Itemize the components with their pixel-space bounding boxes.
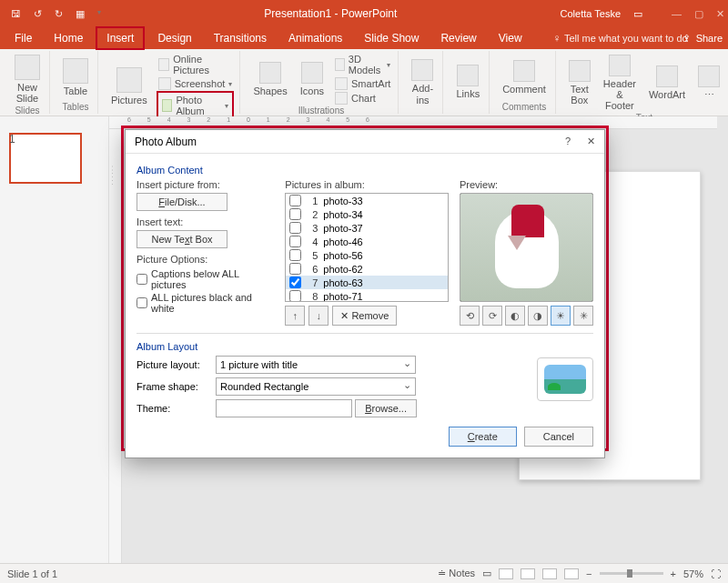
- design-tab[interactable]: Design: [148, 28, 200, 48]
- maximize-icon[interactable]: ▢: [694, 8, 703, 20]
- qat-more-icon[interactable]: ▾: [97, 8, 101, 20]
- frame-shape-select[interactable]: Rounded Rectangle: [216, 377, 416, 396]
- help-icon[interactable]: ?: [565, 136, 571, 147]
- user-name[interactable]: Coletta Teske: [561, 8, 621, 19]
- wordart-button[interactable]: WordArt: [645, 64, 689, 102]
- slideshow-tab[interactable]: Slide Show: [355, 28, 428, 48]
- window-title: Presentation1 - PowerPoint: [101, 7, 561, 20]
- slide-panel[interactable]: 1: [0, 116, 109, 563]
- pictures-button[interactable]: Pictures: [107, 65, 151, 107]
- list-item[interactable]: 7photo-63: [286, 276, 448, 289]
- comments-pane-button[interactable]: ▭: [482, 568, 491, 579]
- new-text-box-button[interactable]: New Text Box: [136, 230, 228, 248]
- pictures-listbox[interactable]: 1photo-332photo-343photo-374photo-465pho…: [285, 193, 449, 302]
- list-item-checkbox[interactable]: [289, 276, 301, 288]
- contrast-down-button[interactable]: ◑: [528, 306, 548, 326]
- save-icon[interactable]: 🖫: [11, 8, 21, 20]
- reading-view-button[interactable]: [542, 568, 557, 579]
- animations-tab[interactable]: Animations: [279, 28, 351, 48]
- redo-icon[interactable]: ↻: [55, 8, 63, 20]
- create-button[interactable]: Create: [449, 427, 517, 447]
- slide-counter[interactable]: Slide 1 of 1: [7, 568, 57, 579]
- list-item[interactable]: 5photo-56: [286, 248, 448, 262]
- textbox-button[interactable]: Text Box: [565, 58, 594, 107]
- list-item[interactable]: 8photo-71: [286, 289, 448, 302]
- list-item[interactable]: 3photo-37: [286, 221, 448, 235]
- share-icon[interactable]: ⇪: [682, 33, 691, 45]
- list-item[interactable]: 6photo-62: [286, 262, 448, 276]
- dialog-close-icon[interactable]: ✕: [587, 136, 595, 147]
- slide-thumbnail[interactable]: [9, 133, 82, 184]
- new-slide-button[interactable]: New Slide: [11, 53, 44, 106]
- 3d-models-button[interactable]: 3D Models▾: [333, 53, 392, 76]
- list-item[interactable]: 4photo-46: [286, 235, 448, 248]
- notes-button[interactable]: ≐ Notes: [438, 568, 475, 579]
- ribbon-options-icon[interactable]: ▭: [633, 8, 642, 20]
- comment-button[interactable]: Comment: [499, 58, 550, 96]
- smartart-button[interactable]: SmartArt: [333, 76, 392, 91]
- qat: 🖫 ↺ ↻ ▦ ▾: [4, 8, 101, 20]
- screenshot-button[interactable]: Screenshot▾: [157, 76, 235, 91]
- fit-to-window-button[interactable]: ⛶: [711, 568, 721, 579]
- links-button[interactable]: Links: [452, 63, 483, 101]
- list-item-checkbox[interactable]: [289, 236, 301, 247]
- cancel-button[interactable]: Cancel: [524, 427, 593, 447]
- slideshow-view-button[interactable]: [564, 568, 579, 579]
- transitions-tab[interactable]: Transitions: [205, 28, 276, 48]
- table-button[interactable]: Table: [59, 56, 92, 98]
- insert-tab[interactable]: Insert: [96, 26, 145, 50]
- addins-button[interactable]: Add- ins: [408, 57, 437, 106]
- zoom-level[interactable]: 57%: [683, 568, 703, 579]
- contrast-up-button[interactable]: ◐: [505, 306, 525, 326]
- header-footer-button[interactable]: Header & Footer: [600, 53, 640, 113]
- blackwhite-checkbox[interactable]: ALL pictures black and white: [136, 292, 274, 314]
- slideshow-icon[interactable]: ▦: [76, 8, 85, 20]
- zoom-slider[interactable]: [600, 572, 663, 575]
- rotate-left-button[interactable]: ⟲: [460, 306, 480, 326]
- images-group: Pictures Online Pictures Screenshot▾ Pho…: [102, 51, 240, 114]
- brightness-down-button[interactable]: ✳: [573, 306, 593, 326]
- move-down-button[interactable]: ↓: [308, 306, 329, 326]
- group-label-comments: Comments: [502, 102, 546, 112]
- normal-view-button[interactable]: [499, 568, 513, 579]
- remove-button[interactable]: ✕ Remove: [332, 306, 397, 326]
- view-tab[interactable]: View: [490, 28, 531, 48]
- zoom-out-button[interactable]: −: [586, 568, 592, 579]
- list-item[interactable]: 2photo-34: [286, 207, 448, 221]
- list-item-checkbox[interactable]: [289, 222, 301, 234]
- list-item-checkbox[interactable]: [289, 263, 301, 275]
- list-item-checkbox[interactable]: [289, 249, 301, 261]
- addins-group: Add- ins: [402, 51, 443, 114]
- zoom-in-button[interactable]: +: [671, 568, 676, 579]
- rotate-right-button[interactable]: ⟳: [482, 306, 502, 326]
- move-up-button[interactable]: ↑: [285, 306, 305, 326]
- close-icon[interactable]: ✕: [716, 8, 724, 20]
- online-pictures-button[interactable]: Online Pictures: [157, 53, 235, 76]
- list-item-checkbox[interactable]: [289, 208, 301, 220]
- chart-button[interactable]: Chart: [333, 91, 392, 106]
- picture-layout-select[interactable]: 1 picture with title: [216, 356, 416, 374]
- review-tab[interactable]: Review: [431, 28, 485, 48]
- minimize-icon[interactable]: —: [672, 8, 682, 20]
- list-item[interactable]: 1photo-33: [286, 194, 448, 207]
- tell-me-label: Tell me what you want to do: [564, 33, 688, 44]
- comments-group: Comment Comments: [493, 51, 556, 114]
- text-group: Text Box Header & Footer WordArt ⋯ Text: [560, 51, 728, 114]
- brightness-up-button[interactable]: ☀: [551, 306, 571, 326]
- share-button[interactable]: Share: [696, 33, 723, 44]
- shapes-button[interactable]: Shapes: [249, 60, 290, 98]
- icons-button[interactable]: Icons: [297, 60, 328, 98]
- list-item-checkbox[interactable]: [289, 195, 301, 206]
- captions-checkbox[interactable]: Captions below ALL pictures: [136, 268, 274, 290]
- file-tab[interactable]: File: [5, 28, 41, 48]
- browse-button[interactable]: Browse...: [355, 399, 417, 417]
- theme-input[interactable]: [216, 399, 352, 417]
- home-tab[interactable]: Home: [45, 28, 92, 48]
- list-item-checkbox[interactable]: [289, 290, 301, 302]
- text-more-button[interactable]: ⋯: [694, 64, 723, 102]
- photo-album-dialog: Photo Album ? ✕ Album Content Insert pic…: [125, 129, 605, 458]
- sorter-view-button[interactable]: [521, 568, 535, 579]
- undo-icon[interactable]: ↺: [34, 8, 42, 20]
- tell-me[interactable]: ♀ Tell me what you want to do: [544, 28, 697, 48]
- file-disk-button[interactable]: File/Disk...: [136, 193, 228, 211]
